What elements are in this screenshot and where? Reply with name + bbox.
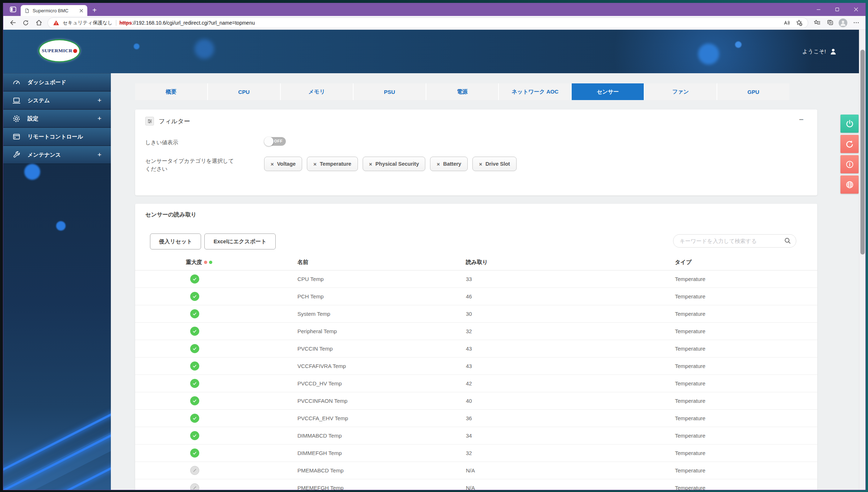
maximize-button[interactable] (828, 3, 847, 16)
chip-voltage[interactable]: ×Voltage (264, 157, 302, 171)
status-ok-icon (190, 379, 199, 388)
threshold-toggle[interactable]: OFF (264, 137, 286, 146)
expand-plus-icon[interactable]: + (97, 115, 101, 123)
chip-temperature[interactable]: ×Temperature (307, 157, 358, 171)
chip-remove-icon[interactable]: × (369, 161, 372, 167)
page-scrollbar[interactable] (859, 30, 865, 490)
read-aloud-icon[interactable] (783, 19, 790, 26)
sidebar-item-remote-control[interactable]: リモートコントロール (3, 128, 111, 146)
table-row[interactable]: PMEMEFGH Temp N/A Temperature (135, 479, 817, 490)
collapse-panel-icon[interactable]: – (799, 115, 804, 124)
chip-remove-icon[interactable]: × (437, 161, 440, 167)
table-row[interactable]: PVCCINFAON Temp 40 Temperature (135, 392, 817, 410)
back-icon[interactable] (8, 18, 17, 27)
sensor-type: Temperature (675, 293, 817, 299)
table-row[interactable]: PVCCD_HV Temp 42 Temperature (135, 375, 817, 392)
sidebar-item-maintenance[interactable]: メンテナンス + (3, 146, 111, 164)
settings-menu-icon[interactable] (852, 18, 860, 27)
welcome-area[interactable]: ようこそ! (802, 30, 837, 73)
table-row[interactable]: Peripheral Temp 32 Temperature (135, 323, 817, 340)
tab-memory[interactable]: メモリ (281, 83, 353, 100)
table-row[interactable]: DIMMEFGH Temp 32 Temperature (135, 445, 817, 462)
profile-avatar[interactable] (839, 18, 847, 27)
page-document-icon (24, 8, 30, 13)
table-row[interactable]: System Temp 30 Temperature (135, 305, 817, 323)
tab-power[interactable]: 電源 (426, 83, 498, 100)
chip-remove-icon[interactable]: × (271, 161, 274, 167)
sensor-type: Temperature (675, 467, 817, 474)
chip-remove-icon[interactable]: × (479, 161, 482, 167)
col-reading[interactable]: 読み取り (466, 259, 675, 266)
table-row[interactable]: CPU Temp 33 Temperature (135, 270, 817, 288)
url-rest: ://192.168.10.6/cgi/url_redirect.cgi?url… (132, 20, 255, 26)
decor-dot (698, 44, 719, 65)
tab-psu[interactable]: PSU (354, 83, 426, 100)
user-icon[interactable] (829, 47, 837, 55)
refresh-icon[interactable] (21, 18, 30, 27)
col-name[interactable]: 名前 (297, 259, 466, 266)
expand-plus-icon[interactable]: + (97, 96, 101, 104)
security-warning-icon (53, 20, 59, 26)
col-type[interactable]: タイプ (675, 259, 817, 266)
sensor-reading: 43 (466, 346, 675, 352)
chip-remove-icon[interactable]: × (313, 161, 317, 167)
status-ok-icon (190, 327, 199, 336)
refresh-page-button[interactable] (840, 135, 859, 153)
url-text[interactable]: https://192.168.10.6/cgi/url_redirect.cg… (120, 20, 255, 26)
sensor-reading: 32 (466, 328, 675, 334)
chip-drive-slot[interactable]: ×Drive Slot (472, 157, 516, 171)
supermicro-logo[interactable]: SUPERMICR (38, 39, 80, 62)
power-button[interactable] (840, 115, 859, 133)
filter-icon (145, 117, 154, 125)
gear-icon (12, 115, 21, 123)
status-ok-icon (190, 396, 199, 405)
tab-sensor[interactable]: センサー (572, 83, 644, 100)
decor-dot (56, 221, 66, 231)
search-icon[interactable] (784, 237, 792, 245)
info-button[interactable] (840, 155, 859, 173)
tab-fan[interactable]: ファン (644, 83, 717, 100)
tab-cpu[interactable]: CPU (208, 83, 280, 100)
sidebar-item-settings[interactable]: 設定 + (3, 109, 111, 128)
sensor-name: PVCCD_HV Temp (297, 380, 466, 386)
table-row[interactable]: DIMMABCD Temp 34 Temperature (135, 427, 817, 445)
export-excel-button[interactable]: Excelにエクスポート (204, 233, 275, 249)
tab-actions-icon[interactable] (8, 5, 18, 14)
new-tab-button[interactable]: + (92, 7, 97, 14)
security-label[interactable]: セキュリティ保護なし (63, 20, 113, 26)
close-window-button[interactable] (847, 3, 865, 16)
expand-plus-icon[interactable]: + (97, 151, 101, 159)
tab-network-aoc[interactable]: ネットワーク AOC (499, 83, 571, 100)
action-buttons: 侵入リセット Excelにエクスポート (150, 233, 276, 249)
chip-physical-security[interactable]: ×Physical Security (363, 157, 426, 171)
add-favorite-icon[interactable] (795, 19, 803, 26)
minimize-button[interactable] (809, 3, 828, 16)
sidebar-item-dashboard[interactable]: ダッシュボード (3, 73, 111, 91)
browser-window: Supermicro BMC + セキュリティ保護なし https://192.… (3, 3, 866, 490)
collections-icon[interactable] (826, 18, 834, 27)
severity-filter-green-dot[interactable] (209, 261, 212, 264)
table-row[interactable]: PVCCFA_EHV Temp 36 Temperature (135, 410, 817, 427)
col-severity[interactable]: 重大度 (186, 259, 202, 266)
table-row[interactable]: PCH Temp 46 Temperature (135, 288, 817, 305)
address-bar[interactable]: セキュリティ保護なし https://192.168.10.6/cgi/url_… (47, 17, 808, 28)
tab-close-icon[interactable] (79, 8, 84, 13)
table-row[interactable]: PMEMABCD Temp N/A Temperature (135, 462, 817, 479)
scrollbar-thumb[interactable] (860, 50, 865, 255)
language-globe-button[interactable] (840, 175, 859, 194)
search-input[interactable] (673, 234, 796, 248)
browser-tab[interactable]: Supermicro BMC (21, 5, 87, 16)
chip-battery[interactable]: ×Battery (430, 157, 468, 171)
favorites-icon[interactable] (813, 18, 821, 27)
sensor-type: Temperature (675, 363, 817, 369)
sidebar-item-system[interactable]: システム + (3, 91, 111, 109)
home-icon[interactable] (34, 18, 43, 27)
intrusion-reset-button[interactable]: 侵入リセット (150, 233, 201, 249)
decor-dot (134, 44, 139, 49)
tab-gpu[interactable]: GPU (717, 83, 789, 100)
table-row[interactable]: PVCCIN Temp 43 Temperature (135, 340, 817, 357)
severity-filter-red-dot[interactable] (204, 261, 207, 264)
sensor-reading: N/A (466, 485, 675, 490)
table-row[interactable]: VCCFAFIVRA Temp 43 Temperature (135, 357, 817, 375)
tab-overview[interactable]: 概要 (135, 83, 207, 100)
